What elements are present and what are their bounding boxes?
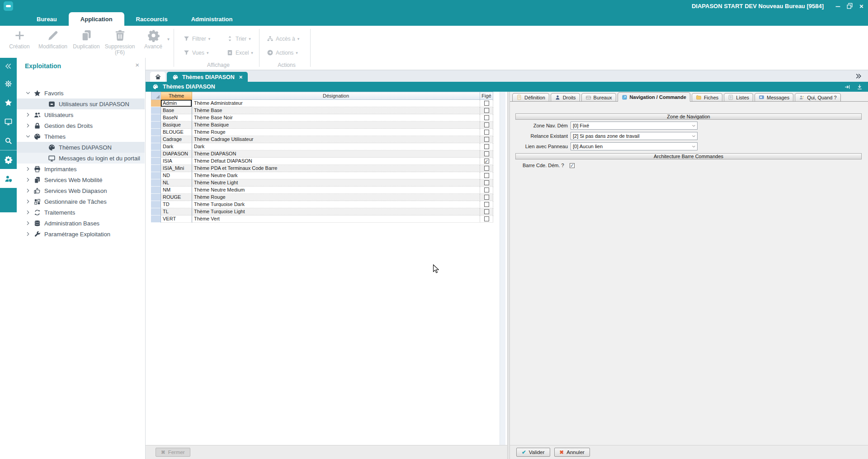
fige-checkbox[interactable] bbox=[484, 151, 489, 156]
panel-close-icon[interactable]: × bbox=[135, 61, 139, 69]
detail-tab[interactable]: Listes bbox=[724, 93, 753, 101]
table-row[interactable]: NL Thème Neutre Light bbox=[151, 179, 493, 187]
expand-chevron-icon[interactable] bbox=[25, 209, 31, 215]
column-header-theme[interactable]: Thème bbox=[161, 92, 192, 100]
expand-chevron-icon[interactable] bbox=[25, 90, 31, 96]
cell-designation[interactable]: Thème Turquoise Dark bbox=[192, 201, 480, 208]
cell-designation[interactable]: Thème Base bbox=[192, 107, 480, 114]
cell-designation[interactable]: Thème Vert bbox=[192, 215, 480, 223]
dropdown-arrow-icon[interactable]: ▾ bbox=[207, 51, 209, 55]
ribbon-tab[interactable]: Administration bbox=[179, 12, 245, 26]
cell-theme[interactable]: DIAPASON bbox=[161, 150, 192, 158]
cell-fige[interactable] bbox=[480, 136, 493, 143]
cell-theme[interactable]: Dark bbox=[161, 143, 192, 150]
goto-end-icon[interactable] bbox=[844, 84, 851, 90]
cell-fige[interactable] bbox=[480, 150, 493, 158]
detail-tab[interactable]: Messages bbox=[755, 93, 793, 101]
cell-fige[interactable] bbox=[480, 107, 493, 114]
cell-designation[interactable]: Thème Neutre Medium bbox=[192, 187, 480, 194]
table-row[interactable]: ISIA Thème Défaut DIAPASON bbox=[151, 158, 493, 165]
row-selector-cell[interactable] bbox=[151, 201, 161, 208]
cell-designation[interactable]: Thème DIAPASON bbox=[192, 150, 480, 158]
cell-theme[interactable]: VERT bbox=[161, 215, 192, 223]
detail-tab[interactable]: Navigation / Commande bbox=[618, 92, 690, 102]
tree-item[interactable]: Imprimantes bbox=[17, 164, 145, 174]
table-row[interactable]: VERT Thème Vert bbox=[151, 215, 493, 223]
ribbon-small-button[interactable]: Vues ▾ bbox=[183, 49, 226, 56]
cell-theme[interactable]: Base bbox=[161, 107, 192, 114]
cell-fige[interactable] bbox=[480, 100, 493, 107]
detail-tab[interactable]: Droits bbox=[551, 93, 580, 101]
row-selector-cell[interactable] bbox=[151, 122, 161, 129]
tree-item[interactable]: Gestion des Droits bbox=[17, 120, 145, 131]
tree-item[interactable]: Thèmes DIAPASON bbox=[17, 142, 145, 153]
cell-designation[interactable]: Thème Base Noir bbox=[192, 114, 480, 122]
table-row[interactable]: Admin Thème Administrateur bbox=[151, 100, 493, 107]
expand-chevron-icon[interactable] bbox=[25, 187, 31, 194]
ribbon-tab[interactable]: Bureau bbox=[25, 12, 69, 26]
cell-fige[interactable] bbox=[480, 208, 493, 215]
table-row[interactable]: BLOUGE Thème Rouge bbox=[151, 129, 493, 136]
row-selector-cell[interactable] bbox=[151, 179, 161, 187]
column-header-designation[interactable]: Désignation bbox=[192, 92, 480, 100]
cell-theme[interactable]: Cadrage bbox=[161, 136, 192, 143]
cell-fige[interactable] bbox=[480, 114, 493, 122]
more-tabs-icon[interactable] bbox=[854, 72, 862, 80]
close-button[interactable]: × bbox=[858, 2, 865, 10]
cell-fige[interactable] bbox=[480, 215, 493, 223]
chevron-down-icon[interactable] bbox=[691, 123, 696, 128]
cell-designation[interactable]: Thème Neutre Light bbox=[192, 179, 480, 187]
expand-chevron-icon[interactable] bbox=[25, 122, 31, 129]
rail-icon-button[interactable] bbox=[0, 169, 17, 188]
fige-checkbox[interactable] bbox=[484, 216, 489, 221]
fige-checkbox[interactable] bbox=[484, 101, 489, 106]
field-dropdown[interactable]: [2] Si pas dans zone de travail bbox=[571, 132, 698, 140]
row-selector-cell[interactable] bbox=[151, 114, 161, 122]
fige-checkbox[interactable] bbox=[484, 209, 489, 214]
cell-theme[interactable]: TD bbox=[161, 201, 192, 208]
detail-tab[interactable]: Bureaux bbox=[581, 93, 616, 101]
tree-item[interactable]: Utilisateurs sur DIAPASON bbox=[17, 98, 145, 109]
detail-tab[interactable]: Définition bbox=[512, 93, 549, 101]
restore-button[interactable] bbox=[846, 2, 854, 10]
ribbon-tab[interactable]: Raccourcis bbox=[124, 12, 179, 26]
tree-item[interactable]: Gestionnaire de Tâches bbox=[17, 196, 145, 207]
tree-item[interactable]: Utilisateurs bbox=[17, 109, 145, 120]
fige-checkbox[interactable] bbox=[484, 202, 489, 207]
rail-icon-button[interactable] bbox=[0, 112, 17, 131]
dropdown-arrow-icon[interactable]: ▾ bbox=[296, 51, 298, 55]
rail-icon-button[interactable] bbox=[0, 93, 17, 112]
cell-fige[interactable] bbox=[480, 194, 493, 201]
cell-fige[interactable] bbox=[480, 179, 493, 187]
dropdown-arrow-icon[interactable]: ▾ bbox=[251, 51, 253, 55]
fige-checkbox[interactable] bbox=[484, 108, 489, 113]
cell-designation[interactable]: Thème Basique bbox=[192, 122, 480, 129]
expand-chevron-icon[interactable] bbox=[25, 112, 31, 118]
row-selector-cell[interactable] bbox=[151, 129, 161, 136]
table-row[interactable]: DIAPASON Thème DIAPASON bbox=[151, 150, 493, 158]
ribbon-small-button[interactable]: Filtrer ▾ bbox=[183, 35, 226, 42]
fige-checkbox[interactable] bbox=[484, 180, 489, 185]
cell-designation[interactable]: Thème Cadrage Utilisateur bbox=[192, 136, 480, 143]
ribbon-small-button[interactable]: Actions ▾ bbox=[267, 49, 308, 56]
home-tab[interactable] bbox=[150, 72, 165, 82]
fige-checkbox[interactable] bbox=[484, 166, 489, 171]
cell-theme[interactable]: ISIA bbox=[161, 158, 192, 165]
cell-fige[interactable] bbox=[480, 158, 493, 165]
expand-chevron-icon[interactable] bbox=[25, 198, 31, 205]
cell-designation[interactable]: Dark bbox=[192, 143, 480, 150]
cell-designation[interactable]: Thème Rouge bbox=[192, 129, 480, 136]
expand-chevron-icon[interactable] bbox=[25, 220, 31, 226]
cell-theme[interactable]: TL bbox=[161, 208, 192, 215]
rail-icon-button[interactable] bbox=[0, 58, 17, 74]
minimize-button[interactable] bbox=[834, 2, 842, 10]
fige-checkbox[interactable] bbox=[484, 122, 489, 127]
expand-chevron-icon[interactable] bbox=[25, 231, 31, 237]
valider-button[interactable]: ✔ Valider bbox=[516, 448, 550, 457]
table-row[interactable]: ND Thème Neutre Dark bbox=[151, 172, 493, 179]
cell-designation[interactable]: Thème Administrateur bbox=[192, 100, 480, 107]
row-selector-cell[interactable] bbox=[151, 158, 161, 165]
cell-theme[interactable]: Basique bbox=[161, 122, 192, 129]
row-selector-cell[interactable] bbox=[151, 150, 161, 158]
table-row[interactable]: BaseN Thème Base Noir bbox=[151, 114, 493, 122]
